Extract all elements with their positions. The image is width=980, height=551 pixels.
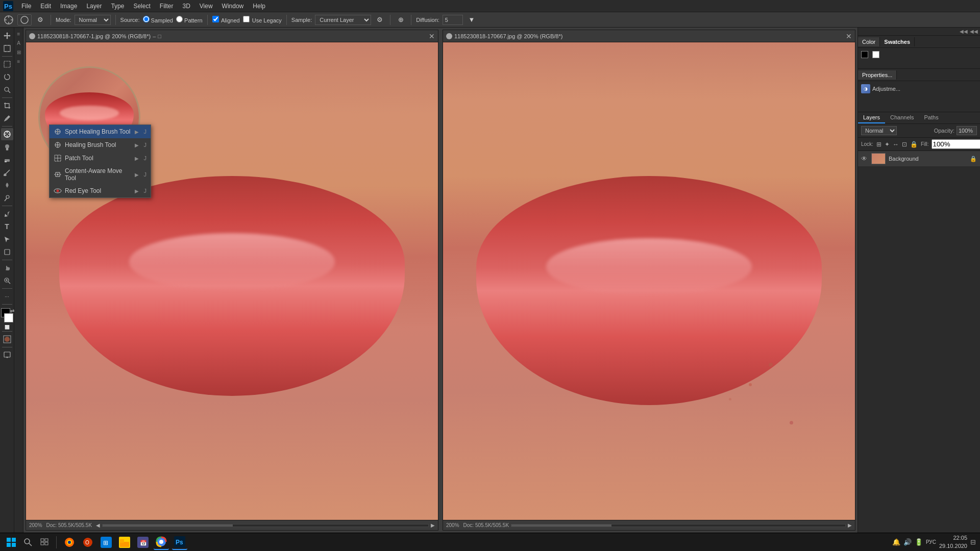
taskbar-calc[interactable]: 📅	[135, 535, 151, 550]
lock-all-icon[interactable]: 🔒	[910, 141, 918, 148]
lock-transparent-icon[interactable]: ⊞	[876, 141, 881, 148]
eraser-tool[interactable]	[1, 154, 13, 166]
flyout-content-aware-move[interactable]: Content-Aware Move Tool ▶ J	[50, 165, 151, 184]
channels-tab[interactable]: Channels	[885, 112, 919, 123]
blend-mode-dropdown[interactable]: Normal Dissolve Multiply	[861, 126, 897, 135]
doc-1-minimize[interactable]: –	[153, 33, 156, 39]
source-sampled-radio[interactable]	[143, 16, 150, 22]
menu-select[interactable]: Select	[129, 2, 154, 11]
eyedropper-tool[interactable]	[1, 112, 13, 124]
doc-1-close[interactable]: ✕	[429, 32, 435, 40]
swap-colors[interactable]: ⇄	[10, 308, 14, 314]
lock-image-icon[interactable]: ✦	[885, 141, 890, 148]
taskbar-app-2[interactable]: O	[80, 535, 95, 550]
fg-color-swatch[interactable]	[861, 51, 868, 58]
menu-help[interactable]: Help	[249, 2, 270, 11]
menu-image[interactable]: Image	[56, 2, 81, 11]
use-legacy-checkbox[interactable]	[243, 16, 250, 22]
adjustments-icon[interactable]: ◑	[861, 84, 870, 93]
pen-tool[interactable]	[1, 208, 13, 220]
lock-position-icon[interactable]: ↔	[893, 141, 899, 148]
side-icon-2[interactable]: A	[15, 39, 23, 47]
crop-tool[interactable]	[1, 99, 13, 112]
taskbar-firefox[interactable]	[62, 535, 77, 550]
flyout-patch-tool[interactable]: Patch Tool ▶ J	[50, 152, 151, 165]
layers-tab[interactable]: Layers	[858, 112, 885, 123]
menu-view[interactable]: View	[195, 2, 217, 11]
blur-tool[interactable]	[1, 179, 13, 191]
tray-battery[interactable]: 🔋	[915, 538, 923, 546]
shape-tool[interactable]	[1, 246, 13, 258]
aligned-checkbox[interactable]	[212, 16, 219, 22]
doc-2-scrollbar[interactable]	[511, 524, 846, 527]
flyout-healing-brush[interactable]: Healing Brush Tool ▶ J	[50, 138, 151, 152]
clone-overlay-icon[interactable]: ⊕	[395, 14, 406, 26]
brush-tool[interactable]	[1, 166, 13, 179]
tray-volume[interactable]: 🔊	[903, 538, 912, 546]
menu-3d[interactable]: 3D	[178, 2, 194, 11]
artboard-tool[interactable]	[1, 42, 13, 55]
more-tools[interactable]: ···	[1, 290, 13, 303]
windows-start-button[interactable]	[4, 535, 18, 549]
menu-edit[interactable]: Edit	[36, 2, 55, 11]
taskbar-search[interactable]	[21, 536, 35, 549]
fill-input[interactable]	[932, 139, 980, 149]
source-sampled-label[interactable]: Sampled	[143, 16, 173, 23]
taskbar-chrome[interactable]	[154, 535, 169, 550]
use-legacy-checkbox-label[interactable]: Use Legacy	[243, 16, 282, 23]
diffusion-input[interactable]	[443, 15, 463, 25]
lasso-tool[interactable]	[1, 71, 13, 83]
background-color[interactable]	[4, 313, 13, 322]
taskbar-task-view[interactable]	[38, 536, 51, 549]
doc-1-maximize[interactable]: □	[158, 33, 161, 39]
panel-collapse-btn-2[interactable]: ◀◀	[970, 29, 978, 34]
quick-mask-mode[interactable]	[1, 333, 13, 345]
side-icon-1[interactable]: ≡	[15, 30, 23, 38]
brush-preset-picker[interactable]	[17, 14, 32, 26]
taskbar-explorer[interactable]	[117, 535, 132, 550]
hand-tool[interactable]	[1, 262, 13, 274]
healing-brush-tool[interactable]	[1, 128, 13, 140]
paths-tab[interactable]: Paths	[919, 112, 944, 123]
sample-dropdown[interactable]: Current Layer All Layers Current & Below	[315, 15, 371, 25]
taskbar-clock[interactable]: 22:05 29.10.2020	[939, 534, 967, 550]
quick-select-tool[interactable]	[1, 84, 13, 96]
dodge-tool[interactable]	[1, 192, 13, 204]
brush-settings-icon[interactable]: ⚙	[35, 14, 46, 26]
menu-type[interactable]: Type	[107, 2, 128, 11]
menu-filter[interactable]: Filter	[156, 2, 178, 11]
stamp-tool[interactable]	[1, 141, 13, 153]
menu-file[interactable]: File	[17, 2, 35, 11]
taskbar-store[interactable]: ⊞	[99, 535, 114, 550]
doc-2-nav-right[interactable]: ▶	[848, 522, 852, 528]
flyout-spot-healing[interactable]: Spot Healing Brush Tool ▶ J	[50, 125, 151, 138]
default-colors[interactable]: ⬜	[5, 325, 10, 330]
bg-color-swatch[interactable]	[872, 51, 879, 58]
tray-network[interactable]: 🔔	[892, 538, 900, 546]
menu-layer[interactable]: Layer	[82, 2, 106, 11]
layer-row-background[interactable]: 👁 Background 🔒	[858, 151, 980, 167]
doc-1-scrollbar[interactable]	[102, 524, 429, 527]
side-icon-3[interactable]: ⊞	[15, 48, 23, 56]
taskbar-ps[interactable]: Ps	[172, 535, 187, 550]
diffusion-slider-icon[interactable]: ▼	[466, 14, 477, 26]
source-pattern-radio[interactable]	[176, 16, 183, 22]
zoom-tool[interactable]	[1, 274, 13, 287]
move-tool[interactable]	[1, 30, 13, 42]
screen-mode[interactable]	[1, 349, 13, 361]
color-tab[interactable]: Color	[858, 37, 880, 46]
panel-collapse-btn[interactable]: ◀◀	[960, 29, 968, 34]
lock-artboard-icon[interactable]: ⊡	[902, 141, 907, 148]
sample-settings-icon[interactable]: ⚙	[374, 14, 385, 26]
tray-action-center[interactable]: ⊟	[970, 538, 976, 546]
flyout-red-eye-tool[interactable]: Red Eye Tool ▶ J	[50, 184, 151, 197]
doc-2-close[interactable]: ✕	[846, 32, 852, 40]
aligned-checkbox-label[interactable]: Aligned	[212, 16, 240, 23]
layer-visibility-icon[interactable]: 👁	[861, 155, 867, 162]
opacity-input[interactable]	[957, 126, 977, 135]
source-pattern-label[interactable]: Pattern	[176, 16, 203, 23]
mode-dropdown[interactable]: Normal Replace Multiply	[75, 15, 111, 25]
doc-1-nav-right[interactable]: ▶	[431, 522, 435, 528]
type-tool[interactable]: T	[1, 220, 13, 233]
doc-1-nav-left[interactable]: ◀	[96, 522, 100, 528]
